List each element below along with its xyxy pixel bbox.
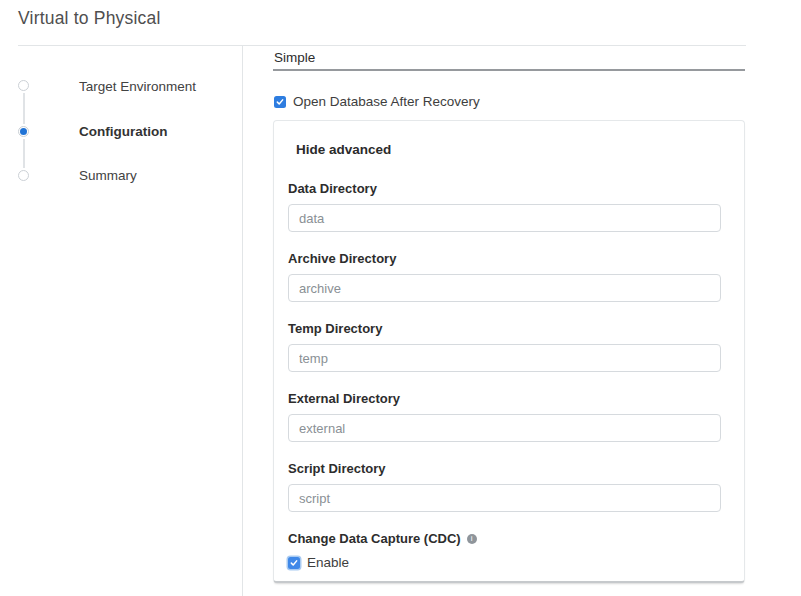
cdc-enable-checkbox[interactable]: [288, 557, 300, 569]
data-directory-label: Data Directory: [288, 181, 721, 196]
open-database-checkbox[interactable]: [274, 96, 286, 108]
info-icon[interactable]: i: [467, 534, 477, 544]
advanced-settings-panel: Hide advanced Data Directory Archive Dir…: [273, 120, 745, 583]
stepper-item-configuration[interactable]: Configuration: [79, 124, 167, 139]
sidebar-divider: [242, 45, 243, 596]
open-database-label: Open Database After Recovery: [293, 94, 480, 109]
open-database-checkbox-row: Open Database After Recovery: [274, 94, 480, 109]
cdc-enable-label: Enable: [307, 555, 349, 570]
stepper-connector: [23, 93, 25, 124]
recovery-model-value: Simple: [274, 50, 315, 65]
stepper-connector: [23, 139, 25, 168]
archive-directory-input[interactable]: [288, 274, 721, 302]
field-archive-directory: Archive Directory: [288, 251, 721, 302]
step-circle-icon: [18, 80, 29, 91]
cdc-section: Change Data Capture (CDC) i Enable: [288, 531, 721, 570]
cdc-enable-row: Enable: [288, 555, 721, 570]
script-directory-label: Script Directory: [288, 461, 721, 476]
script-directory-input[interactable]: [288, 484, 721, 512]
field-external-directory: External Directory: [288, 391, 721, 442]
external-directory-label: External Directory: [288, 391, 721, 406]
archive-directory-label: Archive Directory: [288, 251, 721, 266]
checkmark-icon: [290, 559, 298, 567]
virtual-to-physical-wizard: Virtual to Physical Target Environment C…: [0, 0, 801, 596]
external-directory-input[interactable]: [288, 414, 721, 442]
checkmark-icon: [276, 98, 284, 106]
temp-directory-label: Temp Directory: [288, 321, 721, 336]
recovery-model-select[interactable]: Simple: [273, 45, 745, 71]
field-temp-directory: Temp Directory: [288, 321, 721, 372]
step-circle-active-icon: [18, 126, 29, 137]
step-circle-icon: [18, 170, 29, 181]
hide-advanced-toggle[interactable]: Hide advanced: [296, 142, 391, 157]
page-title: Virtual to Physical: [18, 8, 161, 29]
cdc-label: Change Data Capture (CDC): [288, 531, 461, 546]
field-script-directory: Script Directory: [288, 461, 721, 512]
field-data-directory: Data Directory: [288, 181, 721, 232]
stepper-item-summary[interactable]: Summary: [79, 168, 137, 183]
stepper-item-target-environment[interactable]: Target Environment: [79, 79, 196, 94]
data-directory-input[interactable]: [288, 204, 721, 232]
temp-directory-input[interactable]: [288, 344, 721, 372]
